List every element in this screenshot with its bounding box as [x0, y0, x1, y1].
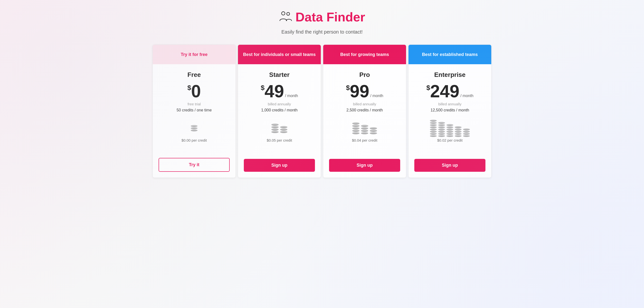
price-row-pro: $99/ month — [346, 82, 383, 100]
billing-label-free: free trial — [188, 102, 201, 106]
plan-name-pro: Pro — [359, 71, 370, 79]
price-amount-pro: 99 — [350, 82, 369, 100]
price-dollar-free: $ — [187, 84, 191, 92]
plan-footer-enterprise: Sign up — [408, 155, 491, 178]
credits-label-starter: 1,000 credits / month — [261, 108, 298, 112]
plan-body-free: Free$0free trial50 credits / one time$0.… — [153, 64, 236, 154]
cta-button-starter[interactable]: Sign up — [244, 159, 315, 172]
billing-label-enterprise: billed annually — [438, 102, 461, 106]
plan-card-starter: Best for individuals or small teamsStart… — [238, 44, 321, 178]
billing-label-starter: billed annually — [268, 102, 291, 106]
svg-point-1 — [287, 12, 290, 15]
per-credit-free: $0.00 per credit — [182, 138, 207, 142]
plan-card-free: Try it for freeFree$0free trial50 credit… — [152, 44, 236, 178]
credits-label-pro: 2,500 credits / month — [346, 108, 383, 112]
plan-body-starter: Starter$49/ monthbilled annually1,000 cr… — [238, 64, 321, 155]
plan-name-starter: Starter — [269, 71, 290, 79]
price-amount-enterprise: 249 — [430, 82, 459, 100]
price-dollar-enterprise: $ — [426, 84, 430, 92]
price-period-enterprise: / month — [460, 94, 473, 98]
per-credit-starter: $0.05 per credit — [267, 138, 292, 142]
price-period-pro: / month — [370, 94, 383, 98]
plan-name-enterprise: Enterprise — [434, 71, 466, 79]
page-wrapper: Data Finder Easily find the right person… — [0, 0, 644, 308]
plan-header-pro: Best for growing teams — [323, 45, 406, 64]
plan-card-pro: Best for growing teamsPro$99/ monthbille… — [323, 44, 406, 178]
coin-visual-free — [191, 122, 198, 134]
cta-button-pro[interactable]: Sign up — [329, 159, 400, 172]
plan-header-enterprise: Best for established teams — [408, 45, 491, 64]
price-row-enterprise: $249/ month — [426, 82, 473, 100]
price-row-starter: $49/ month — [260, 82, 298, 100]
plan-header-free: Try it for free — [153, 45, 236, 64]
plan-header-starter: Best for individuals or small teams — [238, 45, 321, 64]
plan-footer-free: Try it — [153, 154, 236, 178]
price-amount-starter: 49 — [264, 82, 284, 100]
coin-visual-starter — [271, 122, 288, 134]
logo-area: Data Finder — [5, 10, 639, 24]
plan-card-enterprise: Best for established teamsEnterprise$249… — [408, 44, 492, 178]
svg-point-0 — [282, 12, 285, 15]
price-dollar-pro: $ — [346, 84, 350, 92]
plan-body-pro: Pro$99/ monthbilled annually2,500 credit… — [323, 64, 406, 155]
per-credit-enterprise: $0.02 per credit — [437, 138, 462, 142]
price-dollar-starter: $ — [260, 84, 264, 92]
plan-body-enterprise: Enterprise$249/ monthbilled annually12,5… — [408, 64, 491, 155]
logo-icon — [279, 10, 292, 24]
app-subtitle: Easily find the right person to contact! — [5, 29, 639, 35]
price-amount-free: 0 — [191, 82, 201, 100]
plan-footer-pro: Sign up — [323, 155, 406, 178]
per-credit-pro: $0.04 per credit — [352, 138, 377, 142]
cta-button-enterprise[interactable]: Sign up — [414, 159, 486, 172]
price-row-free: $0 — [187, 82, 201, 100]
app-title: Data Finder — [296, 10, 365, 24]
plan-footer-starter: Sign up — [238, 155, 321, 178]
header: Data Finder Easily find the right person… — [5, 10, 639, 35]
cta-button-free[interactable]: Try it — [158, 158, 230, 172]
coin-visual-enterprise — [430, 122, 470, 134]
coin-visual-pro — [352, 122, 377, 134]
price-period-starter: / month — [285, 94, 298, 98]
credits-label-free: 50 credits / one time — [176, 108, 212, 112]
pricing-grid: Try it for freeFree$0free trial50 credit… — [152, 44, 492, 178]
plan-name-free: Free — [188, 71, 201, 79]
billing-label-pro: billed annually — [353, 102, 376, 106]
credits-label-enterprise: 12,500 credits / month — [431, 108, 469, 112]
